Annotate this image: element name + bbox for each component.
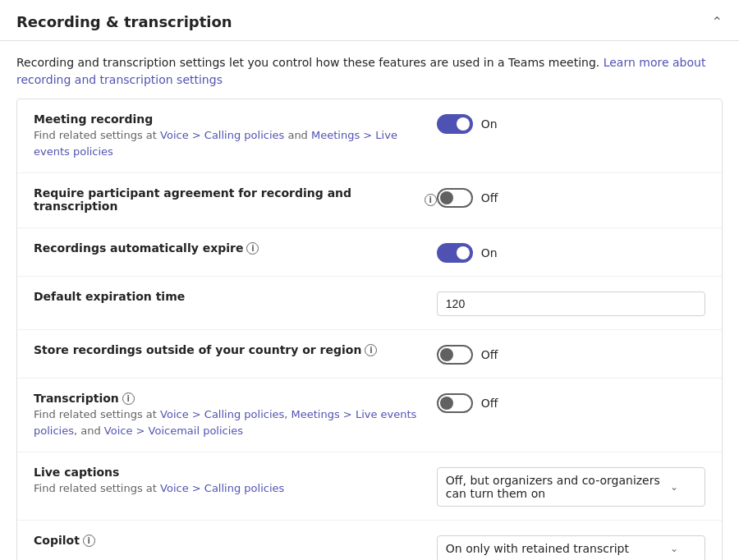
voice-calling-link-1[interactable]: Voice > Calling policies [160, 129, 284, 141]
copilot-select[interactable]: On only with retained transcript ⌄ [437, 535, 705, 560]
transcription-toggle-thumb [440, 397, 453, 410]
copilot-control: On only with retained transcript ⌄ [437, 534, 705, 560]
live-captions-select-value: Off, but organizers and co-organizers ca… [446, 474, 670, 500]
transcription-toggle[interactable] [437, 393, 473, 413]
transcription-sublabel: Find related settings at Voice > Calling… [34, 406, 437, 438]
recordings-expire-label-col: Recordings automatically expire i [34, 241, 437, 256]
meeting-recording-toggle-label: On [481, 117, 498, 131]
recordings-expire-toggle-thumb [457, 246, 470, 259]
meeting-recording-control: On [437, 112, 705, 134]
meeting-recording-toggle[interactable] [437, 114, 473, 134]
recordings-expire-label: Recordings automatically expire i [34, 241, 437, 255]
transcription-info-icon[interactable]: i [122, 392, 135, 405]
live-captions-chevron-icon: ⌄ [670, 481, 678, 493]
copilot-label-col: Copilot i [34, 534, 437, 549]
meeting-recording-toggle-track[interactable] [437, 114, 473, 134]
section-title: Recording & transcription [16, 13, 232, 30]
default-expiration-input[interactable] [437, 291, 705, 316]
store-recordings-toggle-container[interactable]: Off [437, 345, 498, 365]
participant-agreement-info-icon[interactable]: i [425, 194, 437, 206]
store-recordings-toggle[interactable] [437, 345, 473, 365]
recordings-expire-toggle-container[interactable]: On [437, 243, 498, 263]
default-expiration-control [437, 290, 705, 316]
participant-agreement-toggle-thumb [440, 191, 453, 204]
transcription-voice-calling-link[interactable]: Voice > Calling policies [160, 408, 284, 420]
recordings-expire-info-icon[interactable]: i [246, 242, 259, 255]
store-recordings-control: Off [437, 343, 705, 365]
transcription-label-col: Transcription i Find related settings at… [34, 392, 437, 438]
transcription-voicemail-link[interactable]: Voice > Voicemail policies [104, 425, 243, 437]
recordings-expire-row: Recordings automatically expire i On [17, 228, 722, 277]
recordings-expire-toggle-track[interactable] [437, 243, 473, 263]
participant-agreement-toggle[interactable] [437, 188, 473, 208]
recordings-expire-control: On [437, 241, 705, 263]
chevron-up-icon[interactable]: ⌃ [712, 14, 723, 30]
copilot-row: Copilot i On only with retained transcri… [17, 521, 722, 560]
section-header: Recording & transcription ⌃ [0, 0, 739, 41]
store-recordings-label: Store recordings outside of your country… [34, 343, 437, 356]
meeting-recording-label-col: Meeting recording Find related settings … [34, 112, 437, 159]
live-captions-select-container: Off, but organizers and co-organizers ca… [437, 467, 705, 507]
description-text: Recording and transcription settings let… [16, 56, 604, 69]
recordings-expire-toggle[interactable] [437, 243, 473, 263]
store-recordings-toggle-label: Off [481, 348, 498, 361]
copilot-label: Copilot i [34, 534, 437, 547]
transcription-toggle-label: Off [481, 397, 498, 410]
participant-agreement-row: Require participant agreement for record… [17, 173, 722, 228]
meeting-recording-label: Meeting recording [34, 112, 437, 126]
live-captions-select[interactable]: Off, but organizers and co-organizers ca… [437, 467, 705, 507]
copilot-select-value: On only with retained transcript [446, 542, 629, 555]
default-expiration-row: Default expiration time [17, 277, 722, 330]
live-captions-sublabel: Find related settings at Voice > Calling… [34, 480, 437, 497]
transcription-toggle-track[interactable] [437, 393, 473, 413]
transcription-label: Transcription i [34, 392, 437, 405]
default-expiration-label-col: Default expiration time [34, 290, 437, 305]
store-recordings-toggle-track[interactable] [437, 345, 473, 365]
live-captions-control: Off, but organizers and co-organizers ca… [437, 466, 705, 507]
copilot-chevron-icon: ⌄ [670, 543, 678, 554]
participant-agreement-toggle-container[interactable]: Off [437, 188, 498, 208]
default-expiration-label: Default expiration time [34, 290, 437, 303]
store-recordings-row: Store recordings outside of your country… [17, 330, 722, 379]
store-recordings-label-col: Store recordings outside of your country… [34, 343, 437, 358]
store-recordings-info-icon[interactable]: i [365, 344, 377, 356]
transcription-control: Off [437, 392, 705, 413]
live-captions-voice-link[interactable]: Voice > Calling policies [160, 482, 284, 494]
participant-agreement-control: Off [437, 186, 705, 208]
meeting-recording-toggle-thumb [457, 117, 470, 131]
description-area: Recording and transcription settings let… [0, 41, 739, 99]
participant-agreement-label-col: Require participant agreement for record… [34, 186, 437, 214]
live-captions-label-col: Live captions Find related settings at V… [34, 466, 437, 497]
settings-card: Meeting recording Find related settings … [16, 99, 723, 560]
participant-agreement-toggle-track[interactable] [437, 188, 473, 208]
transcription-toggle-container[interactable]: Off [437, 393, 498, 413]
live-captions-label: Live captions [34, 466, 437, 479]
copilot-info-icon[interactable]: i [83, 535, 95, 547]
meeting-recording-row: Meeting recording Find related settings … [17, 99, 722, 173]
participant-agreement-toggle-label: Off [481, 191, 498, 204]
meeting-recording-toggle-container[interactable]: On [437, 114, 498, 134]
live-captions-row: Live captions Find related settings at V… [17, 452, 722, 521]
copilot-select-container: On only with retained transcript ⌄ [437, 535, 705, 560]
participant-agreement-label: Require participant agreement for record… [34, 186, 437, 213]
transcription-row: Transcription i Find related settings at… [17, 379, 722, 452]
store-recordings-toggle-thumb [440, 348, 453, 361]
meeting-recording-sublabel: Find related settings at Voice > Calling… [34, 127, 437, 159]
recordings-expire-toggle-label: On [481, 246, 498, 259]
